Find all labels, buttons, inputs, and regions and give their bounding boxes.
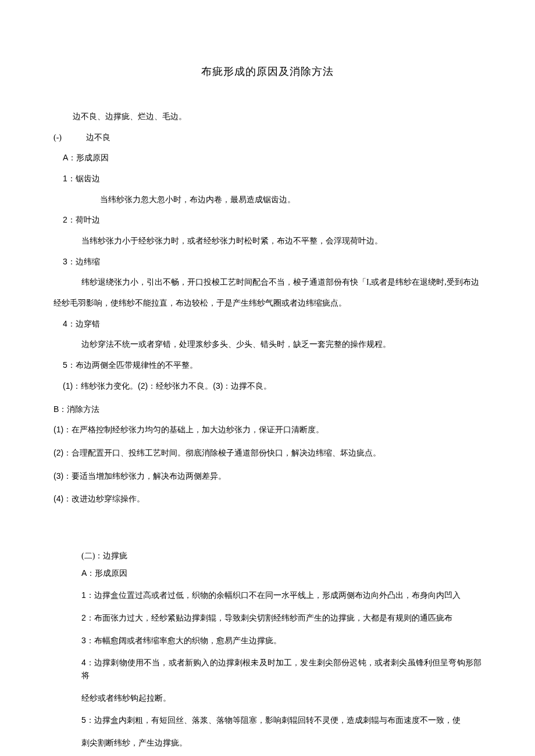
section2-header: (二)：边撑疵 [54,550,482,562]
s2-item4b: 经纱或者纬纱钩起拉断。 [54,692,482,705]
s1-item5: 5：布边两侧全匹带规律性的不平整。 [54,359,482,372]
intro-line: 边不良、边撑疵、烂边、毛边。 [54,110,482,123]
num-3: 3：边纬缩 [63,257,100,266]
num-4: 4：边穿错 [63,319,100,328]
s1-item4-body: 边纱穿法不统一或者穿错，处理浆纱多头、少头、错头时，缺乏一套完整的操作规程。 [54,338,482,351]
b-num-4: (4)：改进边纱穿综操作。 [54,494,145,503]
num-2: 2：荷叶边 [63,215,100,224]
s1-item2-body: 当纬纱张力小于经纱张力时，或者经纱张力时松时紧，布边不平整，会浮现荷叶边。 [54,235,482,248]
s2-item4a: 4：边撑刺物使用不当，或者新购入的边撑刺根未及时加工，发生刺尖部份迟钝，或者刺尖… [54,657,482,682]
s2-label-A: A：形成原因 [81,568,127,578]
s2-item1: 1：边撑盒位置过高或者过低，织物的余幅织口不在同一水平线上，形成两侧布边向外凸出… [54,589,482,602]
s2-num-5: 5：边撑盒内刺粗，有短回丝、落浆、落物等阻塞，影响刺辊回转不灵便，造成刺辊与布面… [81,715,461,725]
s1-b1: (1)：在严格控制经纱张力均匀的基础上，加大边纱张力，保证开口清断度。 [54,424,482,436]
b-num-1: (1)：在严格控制经纱张力均匀的基础上，加大边纱张力，保证开口清断度。 [54,425,324,434]
s2-item3: 3：布幅愈阔或者纬缩率愈大的织物，愈易产生边撑疵。 [54,635,482,647]
s1-b4: (4)：改进边纱穿综操作。 [54,493,482,506]
s2-num-3: 3：布幅愈阔或者纬缩率愈大的织物，愈易产生边撑疵。 [81,636,281,645]
s1-item1-head: 1：锯齿边 [54,173,482,185]
s2-num-2: 2：布面张力过大，经纱紧贴边撑刺辊，导致刺尖切割经纬纱而产生的边撑疵，大都是有规… [81,613,452,622]
s2-item2: 2：布面张力过大，经纱紧贴边撑刺辊，导致刺尖切割经纬纱而产生的边撑疵，大都是有规… [54,612,482,625]
label-A: A：形成原因 [63,153,109,162]
s1-b3: (3)：要适当增加纬纱张力，解决布边两侧差异。 [54,470,482,483]
s1-item3-body-b: 经纱毛羽影响，使纬纱不能拉直，布边较松，于是产生纬纱气圈或者边纬缩疵点。 [54,297,482,310]
label-B: B：消除方法 [54,404,99,414]
sub-nums: (1)：纬纱张力变化。(2)：经纱张力不良。(3)：边撑不良。 [63,381,272,390]
num-1: 1：锯齿边 [63,174,100,183]
s1-item3-head: 3：边纬缩 [54,256,482,268]
s2-num-1: 1：边撑盒位置过高或者过低，织物的余幅织口不在同一水平线上，形成两侧布边向外凸出… [81,590,461,600]
b-num-3: (3)：要适当增加纬纱张力，解决布边两侧差异。 [54,471,226,481]
s2-a-header: A：形成原因 [54,567,482,580]
s2-item5b: 刺尖割断纬纱，产生边撑疵。 [54,737,482,750]
s1-item5-sub: (1)：纬纱张力变化。(2)：经纱张力不良。(3)：边撑不良。 [54,380,482,393]
s1-a-header: A：形成原因 [54,152,482,164]
s1-item2-head: 2：荷叶边 [54,214,482,227]
s1-item4-head: 4：边穿错 [54,318,482,331]
s2-num-4: 4：边撑刺物使用不当，或者新购入的边撑刺根未及时加工，发生刺尖部份迟钝，或者刺尖… [81,658,482,680]
num-5: 5：布边两侧全匹带规律性的不平整。 [63,360,198,370]
s1-item1-body: 当纬纱张力忽大忽小时，布边内卷，最易造成锯齿边。 [54,194,482,206]
section1-header: (-) 边不良 [54,131,482,144]
b-num-2: (2)：合理配置开口、投纬工艺时间。彻底消除梭子通道部份快口，解决边纬缩、坏边疵… [54,448,381,457]
s1-item3-body-a: 纬纱退绕张力小，引出不畅，开口投梭工艺时间配合不当，梭子通道部份有快「I,或者是… [54,276,482,289]
s1-b2: (2)：合理配置开口、投纬工艺时间。彻底消除梭子通道部份快口，解决边纬缩、坏边疵… [54,447,482,460]
s1-b-header: B：消除方法 [54,403,482,416]
doc-title: 布疵形成的原因及消除方法 [54,64,482,80]
s2-item5a: 5：边撑盒内刺粗，有短回丝、落浆、落物等阻塞，影响刺辊回转不灵便，造成刺辊与布面… [54,714,482,727]
